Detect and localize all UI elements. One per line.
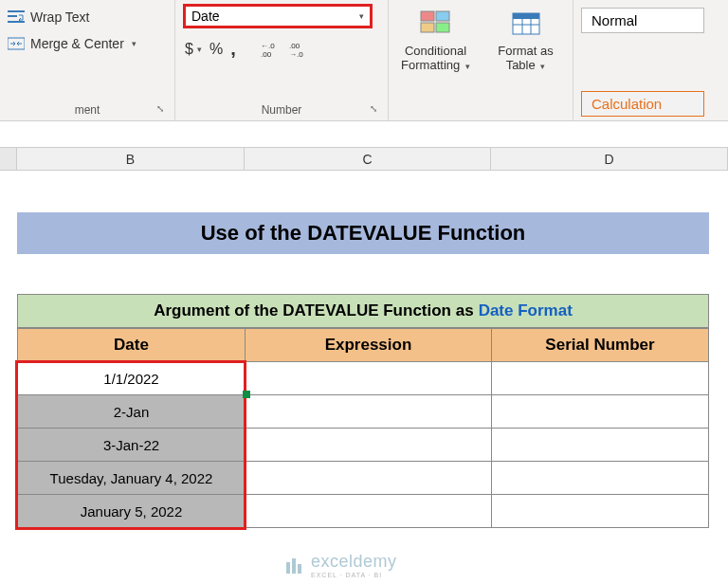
svg-rect-3: [8, 38, 25, 49]
wrap-text-button[interactable]: Wrap Text: [8, 4, 167, 30]
svg-rect-1: [8, 15, 17, 17]
wrap-text-icon: [8, 9, 25, 25]
table-data-area: 1/1/2022 2-Jan 3-Jan-22 Tuesday, January…: [17, 362, 709, 528]
column-header-d[interactable]: D: [491, 148, 728, 170]
table-row: Tuesday, January 4, 2022: [17, 462, 709, 495]
svg-rect-19: [298, 564, 301, 574]
svg-rect-8: [421, 11, 434, 21]
decrease-decimal-button[interactable]: .00→.0: [289, 41, 310, 58]
merge-center-icon: [8, 36, 25, 51]
svg-rect-10: [421, 23, 434, 32]
conditional-formatting-icon: [419, 8, 453, 42]
subtitle-cell[interactable]: Argument of the DATEVALUE Function as Da…: [17, 294, 709, 328]
expression-cell[interactable]: [245, 462, 491, 495]
svg-text:.00: .00: [261, 50, 272, 58]
serial-cell[interactable]: [491, 362, 709, 395]
alignment-group: Wrap Text Merge & Center ▾ ment ⤡: [0, 0, 175, 120]
date-cell[interactable]: 1/1/2022: [17, 362, 245, 395]
style-normal-button[interactable]: Normal: [581, 8, 704, 33]
column-headers: B C D: [0, 148, 728, 171]
number-format-value: Date: [191, 9, 220, 24]
header-expression[interactable]: Expression: [245, 328, 491, 362]
expression-cell[interactable]: [245, 362, 491, 395]
serial-cell[interactable]: [491, 462, 709, 495]
selection-handle[interactable]: [243, 391, 250, 398]
header-date[interactable]: Date: [17, 328, 245, 362]
ribbon: Wrap Text Merge & Center ▾ ment ⤡ Date ▾…: [0, 0, 728, 121]
subtitle-prefix: Argument of the DATEVALUE Function as: [154, 301, 473, 320]
serial-cell[interactable]: [491, 395, 709, 429]
chevron-down-icon[interactable]: ▾: [359, 11, 364, 21]
select-all-corner[interactable]: [0, 148, 17, 170]
date-cell[interactable]: 2-Jan: [17, 395, 245, 429]
table-row: 3-Jan-22: [17, 429, 709, 462]
merge-center-button[interactable]: Merge & Center ▾: [8, 30, 167, 57]
increase-decimal-button[interactable]: ←.0.00: [261, 41, 282, 58]
chevron-down-icon: ▾: [540, 62, 545, 71]
svg-rect-2: [8, 21, 25, 23]
watermark-tagline: EXCEL · DATA · BI: [311, 572, 397, 578]
styles-group: Conditional Formatting ▾ Format as Table…: [389, 0, 573, 120]
table-row: January 5, 2022: [17, 495, 709, 528]
serial-cell[interactable]: [491, 429, 709, 462]
currency-button[interactable]: $▾: [185, 41, 202, 58]
conditional-formatting-button[interactable]: Conditional Formatting ▾: [396, 8, 475, 72]
svg-rect-0: [8, 10, 25, 12]
exceldemy-logo-icon: [284, 555, 305, 575]
date-cell[interactable]: Tuesday, January 4, 2022: [17, 462, 245, 495]
chevron-down-icon: ▾: [465, 62, 470, 71]
svg-text:.00: .00: [289, 42, 300, 50]
format-as-table-button[interactable]: Format as Table ▾: [486, 8, 565, 72]
svg-text:→.0: →.0: [289, 50, 303, 58]
watermark-name: exceldemy: [311, 552, 397, 572]
svg-rect-17: [286, 562, 290, 574]
column-header-b[interactable]: B: [17, 148, 245, 170]
svg-rect-9: [436, 11, 449, 21]
svg-rect-11: [436, 23, 449, 32]
dialog-launcher-icon[interactable]: ⤡: [367, 103, 380, 117]
wrap-text-label: Wrap Text: [30, 9, 90, 25]
date-cell[interactable]: 3-Jan-22: [17, 429, 245, 462]
column-header-c[interactable]: C: [245, 148, 491, 170]
watermark: exceldemy EXCEL · DATA · BI: [284, 552, 397, 578]
number-group: Date ▾ $▾ % , ←.0.00 .00→.0 Number ⤡: [175, 0, 389, 120]
number-group-label: Number ⤡: [183, 101, 380, 119]
svg-text:←.0: ←.0: [261, 42, 275, 50]
alignment-group-label: ment ⤡: [8, 101, 167, 119]
number-format-selector[interactable]: Date ▾: [183, 4, 373, 28]
comma-button[interactable]: ,: [230, 38, 236, 60]
worksheet[interactable]: Use of the DATEVALUE Function Argument o…: [0, 171, 728, 528]
cell-styles-group: Normal Calculation: [573, 0, 725, 120]
expression-cell[interactable]: [245, 429, 491, 462]
dialog-launcher-icon[interactable]: ⤡: [154, 103, 167, 117]
header-serial[interactable]: Serial Number: [491, 328, 709, 362]
table-row: 1/1/2022: [17, 362, 709, 395]
table-row: 2-Jan: [17, 395, 709, 429]
format-as-table-icon: [509, 8, 543, 42]
percent-button[interactable]: %: [209, 41, 223, 58]
subtitle-emphasis: Date Format: [479, 301, 573, 320]
date-cell[interactable]: January 5, 2022: [17, 495, 245, 528]
title-cell[interactable]: Use of the DATEVALUE Function: [17, 212, 709, 254]
chevron-down-icon[interactable]: ▾: [132, 39, 136, 48]
merge-center-label: Merge & Center: [30, 36, 124, 51]
table-header-row: Date Expression Serial Number: [17, 328, 709, 362]
expression-cell[interactable]: [245, 395, 491, 429]
svg-rect-13: [513, 13, 539, 19]
svg-rect-18: [292, 558, 296, 574]
expression-cell[interactable]: [245, 495, 491, 528]
formula-bar-area[interactable]: [0, 121, 728, 148]
serial-cell[interactable]: [491, 495, 709, 528]
style-calculation-button[interactable]: Calculation: [581, 91, 704, 117]
